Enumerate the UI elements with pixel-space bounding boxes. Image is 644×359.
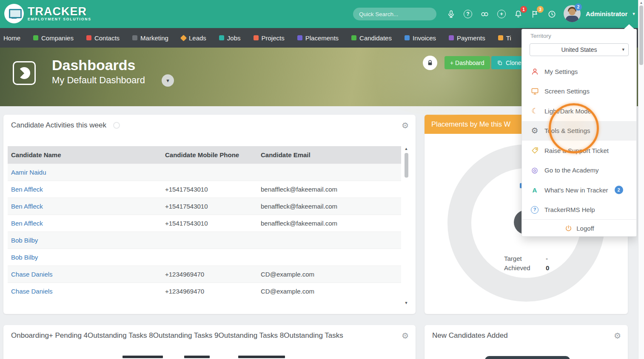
gear-icon[interactable]: ⚙: [614, 332, 621, 340]
candidate-email: benaffleck@fakeemail.com: [257, 181, 401, 198]
nav-item-jobs[interactable]: Jobs: [219, 34, 241, 42]
clipped-chart-fragment: [184, 356, 210, 358]
user-menu-trigger[interactable]: 2 Administrator ▾: [564, 5, 635, 22]
menu-item-tools-settings[interactable]: ⚙ Tools & Settings: [522, 121, 636, 141]
person-icon: [351, 35, 356, 40]
plus-circle-icon[interactable]: +: [497, 10, 506, 19]
dashboard-name: My Default Dashboard: [52, 75, 145, 86]
copy-icon: [497, 60, 503, 66]
candidate-link[interactable]: Ben Affleck: [11, 203, 43, 210]
target-label: Target: [504, 255, 546, 262]
flag-icon[interactable]: 3: [530, 10, 539, 19]
candidate-link[interactable]: Aamir Naidu: [11, 169, 46, 176]
history-icon[interactable]: [547, 10, 556, 19]
widget-title: Onboarding+ Pending 4Outstanding Tasks 8…: [11, 331, 343, 340]
menu-item-logoff[interactable]: Logoff: [522, 220, 636, 237]
clipped-chart-fragment: [485, 356, 570, 359]
menu-item-help[interactable]: ? TrackerRMS Help: [522, 200, 636, 220]
achieved-label: Achieved: [504, 264, 546, 271]
tasks-icon: [254, 35, 259, 40]
candidate-phone: +15417543010: [162, 215, 257, 232]
candidate-activities-widget: Candidate Activities this week ⚙ Candida…: [3, 115, 416, 314]
table-row: Ben Affleck+15417543010benaffleck@fakeem…: [8, 198, 401, 215]
nav-item-projects[interactable]: Projects: [254, 34, 285, 42]
user-name: Administrator: [586, 10, 627, 17]
menu-item-support-ticket[interactable]: Raise a Support Ticket: [522, 141, 636, 161]
link-icon[interactable]: [480, 10, 489, 19]
notifications-bell-icon[interactable]: 1: [514, 10, 523, 19]
nav-item-leads[interactable]: Leads: [181, 34, 206, 42]
gear-icon[interactable]: ⚙: [402, 332, 409, 340]
scrollbar-thumb[interactable]: [405, 153, 408, 178]
widget-title: Candidate Activities this week: [11, 121, 106, 130]
menu-item-my-settings[interactable]: My Settings: [522, 62, 636, 82]
nav-item-invoices[interactable]: Invoices: [405, 34, 436, 42]
nav-item-timesheets[interactable]: Ti: [498, 34, 511, 42]
info-icon: [113, 122, 120, 129]
logo-icon: [4, 4, 24, 23]
dropdown-caret: [624, 24, 635, 29]
nav-item-payments[interactable]: Payments: [449, 34, 485, 42]
flag-badge: 3: [537, 6, 544, 13]
diamond-icon: [180, 34, 187, 41]
nav-item-marketing[interactable]: Marketing: [132, 34, 168, 42]
clipped-chart-fragment: [238, 356, 285, 358]
menu-item-screen-settings[interactable]: Screen Settings: [522, 82, 636, 102]
territory-select[interactable]: United States: [530, 43, 629, 56]
microphone-icon[interactable]: [447, 10, 456, 19]
moon-icon: ☾: [530, 107, 539, 115]
clipped-chart-fragment: [123, 356, 163, 358]
candidate-phone: [162, 249, 257, 266]
table-row: Aamir Naidu: [8, 164, 401, 181]
table-row: Bob Bilby: [8, 249, 401, 266]
chevron-down-icon: ▾: [633, 11, 635, 16]
quick-search-input[interactable]: [353, 8, 436, 20]
candidate-link[interactable]: Bob Bilby: [11, 237, 38, 244]
table-row: Chase Daniels+1234969470CD@example.com: [8, 266, 401, 283]
new-candidates-widget: New Candidates Added ⚙: [425, 325, 628, 359]
scroll-up-icon[interactable]: ▲: [403, 147, 409, 151]
nav-item-home[interactable]: Home: [3, 34, 20, 42]
candidate-link[interactable]: Ben Affleck: [11, 220, 43, 227]
nav-item-candidates[interactable]: Candidates: [351, 34, 392, 42]
territory-label: Territory: [530, 33, 551, 39]
candidate-email: CD@example.com: [257, 283, 401, 300]
nav-item-contacts[interactable]: Contacts: [86, 34, 120, 42]
lock-button[interactable]: [423, 56, 437, 70]
whats-new-icon: A: [530, 187, 539, 193]
menu-item-light-dark-mode[interactable]: ☾ Light/Dark Mode: [522, 101, 636, 121]
scroll-down-icon[interactable]: ▼: [403, 301, 409, 305]
scrollbar-thumb[interactable]: [639, 6, 643, 65]
dashboard-selector-button[interactable]: ▾: [162, 74, 174, 87]
table-scrollbar[interactable]: ▲ ▼: [403, 147, 409, 305]
table-row: Ben Affleck+15417543010benaffleck@fakeem…: [8, 181, 401, 198]
page-title: Dashboards: [52, 57, 136, 73]
page-scrollbar[interactable]: ▲: [638, 0, 644, 359]
candidate-link[interactable]: Chase Daniels: [11, 271, 53, 278]
contact-card-icon: [86, 35, 91, 40]
help-icon[interactable]: ?: [464, 10, 473, 19]
clock-icon: [498, 35, 503, 40]
column-header-phone[interactable]: Candidate Mobile Phone: [162, 146, 257, 164]
add-dashboard-button[interactable]: + Dashboard: [445, 56, 490, 69]
target-value: -: [546, 255, 548, 262]
column-header-name[interactable]: Candidate Name: [8, 146, 162, 164]
nav-item-placements[interactable]: Placements: [297, 34, 339, 42]
nav-item-companies[interactable]: Companies: [33, 34, 74, 42]
briefcase-icon: [219, 35, 224, 40]
column-header-email[interactable]: Candidate Email: [257, 146, 401, 164]
candidate-phone: [162, 164, 257, 181]
app-logo[interactable]: TRACKER EMPLOYMENT SOLUTIONS: [4, 4, 91, 23]
menu-item-academy[interactable]: ◎ Go to the Academy: [522, 161, 636, 181]
candidate-phone: +15417543010: [162, 198, 257, 215]
scroll-up-icon[interactable]: ▲: [638, 1, 644, 5]
candidate-link[interactable]: Chase Daniels: [11, 288, 53, 295]
whats-new-badge: 2: [615, 186, 623, 194]
candidate-link[interactable]: Ben Affleck: [11, 186, 43, 193]
candidate-link[interactable]: Bob Bilby: [11, 254, 38, 261]
menu-item-whats-new[interactable]: A What's New in Tracker 2: [522, 180, 636, 200]
megaphone-icon: [132, 35, 137, 40]
candidate-phone: [162, 232, 257, 249]
placement-icon: [297, 35, 302, 40]
gear-icon[interactable]: ⚙: [402, 122, 409, 130]
